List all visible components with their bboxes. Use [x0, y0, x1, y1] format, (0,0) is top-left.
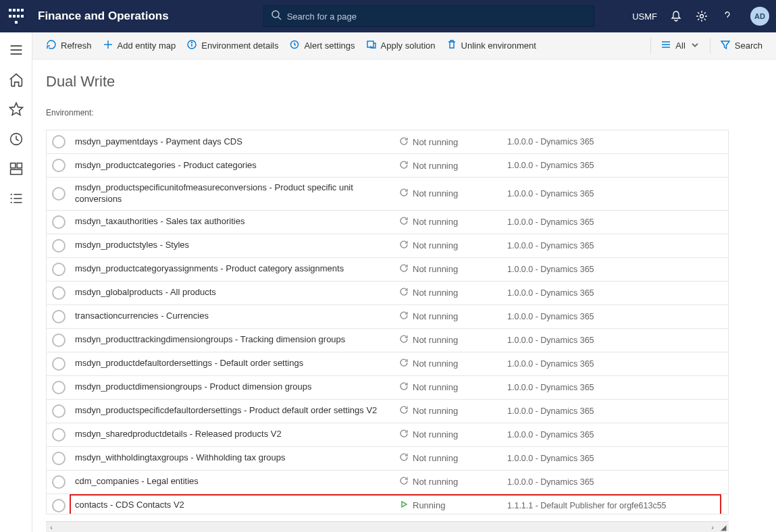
table-row[interactable]: msdyn_paymentdays - Payment days CDSNot … [47, 130, 728, 154]
table-row[interactable]: msdyn_sharedproductdetails - Released pr… [47, 423, 728, 447]
table-row[interactable]: msdyn_productspecificdefaultordersetting… [47, 400, 728, 423]
help-icon[interactable] [721, 9, 734, 23]
environment-details-button[interactable]: Environment details [181, 36, 284, 55]
nav-modules-icon[interactable] [8, 190, 24, 207]
alert-settings-label: Alert settings [304, 41, 355, 51]
waffle-menu-icon[interactable] [7, 7, 26, 26]
chevron-down-icon [690, 39, 700, 52]
table-row[interactable]: msdyn_productstyles - StylesNot running1… [47, 234, 728, 258]
horizontal-scrollbar[interactable]: ‹ › ◢ [46, 521, 729, 532]
status-text: Not running [413, 335, 458, 345]
settings-gear-icon[interactable] [695, 9, 708, 23]
refresh-small-icon [399, 287, 409, 298]
status-cell: Not running [399, 358, 507, 369]
refresh-small-icon [399, 452, 409, 464]
row-select-radio[interactable] [52, 357, 66, 371]
refresh-small-icon [399, 429, 409, 440]
refresh-small-icon [399, 160, 409, 171]
table-row[interactable]: transactioncurrencies - CurrenciesNot ru… [47, 305, 728, 329]
row-select-radio[interactable] [52, 310, 66, 323]
entity-map-name: msdyn_productcategories - Product catego… [75, 160, 399, 171]
package-cell: 1.0.0.0 - Dynamics 365 [507, 189, 723, 198]
table-row[interactable]: msdyn_productcategoryassignments - Produ… [47, 258, 728, 282]
row-select-radio[interactable] [52, 159, 66, 172]
status-text: Not running [413, 137, 458, 147]
row-select-radio[interactable] [52, 381, 66, 394]
table-row[interactable]: msdyn_productdimensiongroups - Product d… [47, 376, 728, 400]
filter-all-button[interactable]: All [655, 36, 705, 55]
row-select-radio[interactable] [52, 475, 66, 489]
package-cell: 1.0.0.0 - Dynamics 365 [507, 137, 723, 147]
row-select-radio[interactable] [52, 286, 66, 300]
row-select-radio[interactable] [52, 135, 66, 149]
status-text: Not running [413, 453, 458, 463]
row-select-radio[interactable] [52, 187, 66, 201]
row-select-radio[interactable] [52, 404, 66, 418]
row-select-radio[interactable] [52, 239, 66, 252]
table-row[interactable]: msdyn_productspecificunitofmeasureconver… [47, 178, 728, 211]
user-avatar[interactable]: AD [750, 7, 769, 26]
table-row[interactable]: msdyn_producttrackingdimensiongroups - T… [47, 329, 728, 352]
play-icon [399, 500, 409, 511]
table-row[interactable]: msdyn_withholdingtaxgroups - Withholding… [47, 447, 728, 471]
row-select-radio[interactable] [52, 499, 66, 512]
refresh-button[interactable]: Refresh [41, 36, 97, 55]
status-text: Not running [413, 358, 458, 369]
add-entity-map-button[interactable]: Add entity map [97, 36, 182, 55]
entity-map-name: contacts - CDS Contacts V2 [75, 500, 399, 511]
entity-map-name: msdyn_productstyles - Styles [75, 240, 399, 251]
entity-map-table[interactable]: msdyn_paymentdays - Payment days CDSNot … [46, 130, 729, 514]
page-body: Dual Write Environment: msdyn_paymentday… [32, 59, 776, 521]
package-cell: 1.0.0.0 - Dynamics 365 [507, 406, 723, 416]
nav-favorites-icon[interactable] [8, 101, 24, 117]
entity-map-name: msdyn_globalproducts - All products [75, 287, 399, 298]
package-cell: 1.0.0.0 - Dynamics 365 [507, 454, 723, 463]
row-select-radio[interactable] [52, 263, 66, 276]
refresh-small-icon [399, 188, 409, 199]
global-search[interactable] [263, 5, 594, 27]
resize-grip-icon[interactable]: ◢ [718, 522, 729, 532]
row-select-radio[interactable] [52, 428, 66, 442]
entity-map-name: msdyn_productspecificdefaultordersetting… [75, 405, 399, 417]
scroll-left-icon[interactable]: ‹ [46, 522, 57, 532]
table-row[interactable]: msdyn_globalproducts - All productsNot r… [47, 282, 728, 305]
status-cell: Not running [399, 160, 507, 171]
company-code[interactable]: USMF [632, 11, 657, 22]
notifications-icon[interactable] [669, 9, 683, 23]
table-row[interactable]: msdyn_productdefaultordersettings - Defa… [47, 352, 728, 376]
status-text: Not running [413, 429, 458, 440]
row-select-radio[interactable] [52, 334, 66, 347]
status-text: Not running [413, 406, 458, 416]
svg-point-20 [192, 43, 192, 43]
status-cell: Running [399, 500, 507, 511]
table-row[interactable]: msdyn_taxauthorities - Sales tax authori… [47, 211, 728, 234]
nav-recent-icon[interactable] [8, 131, 24, 147]
table-row[interactable]: msdyn_productcategories - Product catego… [47, 154, 728, 178]
filter-search-button[interactable]: Search [715, 36, 768, 55]
package-cell: 1.0.0.0 - Dynamics 365 [507, 161, 723, 170]
page-title: Dual Write [46, 73, 729, 90]
apply-solution-button[interactable]: Apply solution [361, 36, 441, 55]
entity-map-name: cdm_companies - Legal entities [75, 476, 399, 487]
table-row[interactable]: contacts - CDS Contacts V2Running1.1.1.1… [47, 494, 728, 514]
alert-settings-button[interactable]: Alert settings [284, 36, 360, 55]
header-right: USMF AD [632, 7, 769, 26]
unlink-environment-button[interactable]: Unlink environment [441, 36, 542, 55]
row-select-radio[interactable] [52, 452, 66, 465]
nav-hamburger-icon[interactable] [8, 42, 24, 58]
global-search-input[interactable] [287, 11, 587, 22]
status-text: Not running [413, 217, 458, 227]
package-cell: 1.0.0.0 - Dynamics 365 [507, 359, 723, 369]
row-select-radio[interactable] [52, 215, 66, 229]
nav-workspaces-icon[interactable] [8, 161, 24, 177]
package-cell: 1.1.1.1 - Default Publisher for orgfe613… [507, 501, 723, 510]
package-cell: 1.0.0.0 - Dynamics 365 [507, 217, 723, 227]
table-row[interactable]: cdm_companies - Legal entitiesNot runnin… [47, 471, 728, 494]
status-cell: Not running [399, 136, 507, 148]
scroll-right-icon[interactable]: › [707, 522, 718, 532]
unlink-environment-label: Unlink environment [461, 41, 536, 51]
status-text: Not running [413, 188, 458, 198]
refresh-icon [46, 39, 57, 52]
nav-home-icon[interactable] [8, 72, 24, 88]
funnel-icon [720, 39, 731, 52]
